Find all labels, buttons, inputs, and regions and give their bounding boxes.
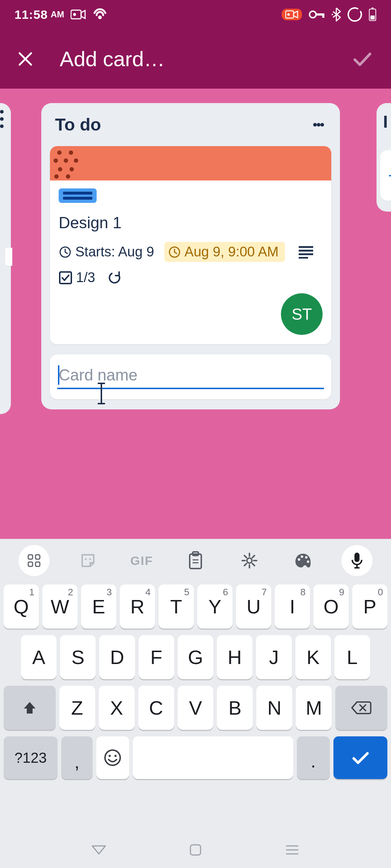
key-z[interactable]: Z xyxy=(59,686,95,730)
key-u[interactable]: 7U xyxy=(236,584,271,629)
key-i[interactable]: 8I xyxy=(275,584,310,629)
svg-rect-41 xyxy=(190,845,201,855)
vpn-key-icon xyxy=(308,10,325,19)
soft-keyboard: GIF 1Q2W3E4R5T6Y7U8I9O0P ASDFGHJKL ZXCVB… xyxy=(0,539,391,868)
repeat-icon xyxy=(108,271,121,284)
kb-apps-button[interactable] xyxy=(18,545,50,576)
hotspot-icon xyxy=(92,8,108,21)
key-enter[interactable] xyxy=(333,736,387,779)
status-bar: 11:58 AM xyxy=(0,0,391,29)
text-cursor-icon xyxy=(101,383,102,404)
key-o[interactable]: 9O xyxy=(314,584,349,629)
list-column: To do xyxy=(41,103,340,409)
nav-recents[interactable] xyxy=(281,839,303,861)
member-avatar: ST xyxy=(281,293,323,335)
key-e[interactable]: 3E xyxy=(81,584,116,629)
new-card xyxy=(50,354,331,399)
kb-gif-button[interactable]: GIF xyxy=(126,545,157,576)
key-l[interactable]: L xyxy=(335,635,370,679)
due-date-text: Aug 9, 9:00 AM xyxy=(185,244,279,260)
key-emoji[interactable] xyxy=(96,736,129,779)
key-x[interactable]: X xyxy=(99,686,135,730)
plus-icon: + xyxy=(388,165,391,186)
key-b[interactable]: B xyxy=(217,686,253,730)
next-list-title: I xyxy=(383,112,391,132)
svg-point-32 xyxy=(301,556,303,558)
svg-rect-12 xyxy=(370,16,375,20)
svg-point-40 xyxy=(114,755,117,757)
svg-point-4 xyxy=(287,13,290,16)
list-title[interactable]: To do xyxy=(55,115,310,135)
key-v[interactable]: V xyxy=(178,686,214,730)
close-button[interactable] xyxy=(14,48,36,70)
key-y[interactable]: 6Y xyxy=(197,584,232,629)
key-j[interactable]: J xyxy=(256,635,291,679)
do-not-disturb-icon xyxy=(348,7,362,22)
key-symbols[interactable]: ?123 xyxy=(4,736,58,779)
key-d[interactable]: D xyxy=(99,635,135,679)
keyboard-toolbar: GIF xyxy=(0,539,391,582)
nav-home[interactable] xyxy=(185,839,206,861)
screen-record-badge xyxy=(282,9,302,20)
key-n[interactable]: N xyxy=(256,686,292,730)
next-list-peek[interactable]: I + xyxy=(377,103,391,212)
svg-point-39 xyxy=(109,755,111,757)
card-name-input[interactable] xyxy=(57,359,324,389)
svg-rect-23 xyxy=(35,562,40,566)
kb-theme-button[interactable] xyxy=(287,545,319,576)
status-time: 11:58 xyxy=(14,8,48,22)
key-backspace[interactable] xyxy=(335,686,387,730)
key-g[interactable]: G xyxy=(178,635,213,679)
kb-clipboard-button[interactable] xyxy=(180,545,211,576)
app-bar-title: Add card… xyxy=(60,47,348,71)
key-space[interactable] xyxy=(133,736,293,779)
system-nav-bar xyxy=(0,832,391,868)
start-date-text: Starts: Aug 9 xyxy=(75,244,154,260)
nav-back[interactable] xyxy=(88,839,110,861)
svg-point-34 xyxy=(307,561,310,563)
key-h[interactable]: H xyxy=(217,635,252,679)
confirm-button[interactable] xyxy=(348,44,377,73)
key-shift[interactable] xyxy=(4,686,56,730)
key-m[interactable]: M xyxy=(296,686,332,730)
description-icon xyxy=(298,246,314,259)
key-q[interactable]: 1Q xyxy=(4,584,39,629)
kb-sticker-button[interactable] xyxy=(72,545,104,576)
svg-point-24 xyxy=(85,558,87,560)
key-p[interactable]: 0P xyxy=(352,584,387,629)
key-c[interactable]: C xyxy=(138,686,174,730)
svg-point-33 xyxy=(305,556,308,559)
status-ampm: AM xyxy=(51,9,64,20)
svg-point-2 xyxy=(98,16,102,19)
key-a[interactable]: A xyxy=(21,635,56,679)
card-item[interactable]: Design 1 Starts: Aug 9 Aug 9, 9:00 AM xyxy=(50,146,331,344)
svg-point-1 xyxy=(73,13,76,16)
svg-rect-20 xyxy=(28,555,33,559)
key-k[interactable]: K xyxy=(295,635,331,679)
key-t[interactable]: 5T xyxy=(159,584,194,629)
text-caret xyxy=(58,365,59,385)
key-period[interactable]: . xyxy=(297,736,330,779)
key-w[interactable]: 2W xyxy=(42,584,77,629)
svg-rect-21 xyxy=(35,555,40,559)
bluetooth-icon xyxy=(332,7,341,22)
kb-voice-button[interactable] xyxy=(341,545,373,576)
svg-rect-22 xyxy=(28,562,33,566)
checklist-text: 1/3 xyxy=(76,270,95,285)
card-label xyxy=(59,188,97,203)
avatar-initials: ST xyxy=(291,305,312,323)
svg-point-5 xyxy=(310,11,316,18)
svg-point-25 xyxy=(89,558,91,560)
svg-point-30 xyxy=(247,558,252,563)
next-list-add-card[interactable]: + xyxy=(380,150,391,201)
prev-list-peek[interactable] xyxy=(0,103,11,414)
app-bar: Add card… xyxy=(0,29,391,89)
key-r[interactable]: 4R xyxy=(120,584,155,629)
list-menu-button[interactable] xyxy=(310,116,328,134)
key-comma[interactable]: , xyxy=(61,736,93,779)
key-f[interactable]: F xyxy=(139,635,174,679)
board-area[interactable]: I + To do xyxy=(0,89,391,539)
key-s[interactable]: S xyxy=(60,635,96,679)
svg-rect-35 xyxy=(354,553,360,562)
kb-settings-button[interactable] xyxy=(234,545,265,576)
